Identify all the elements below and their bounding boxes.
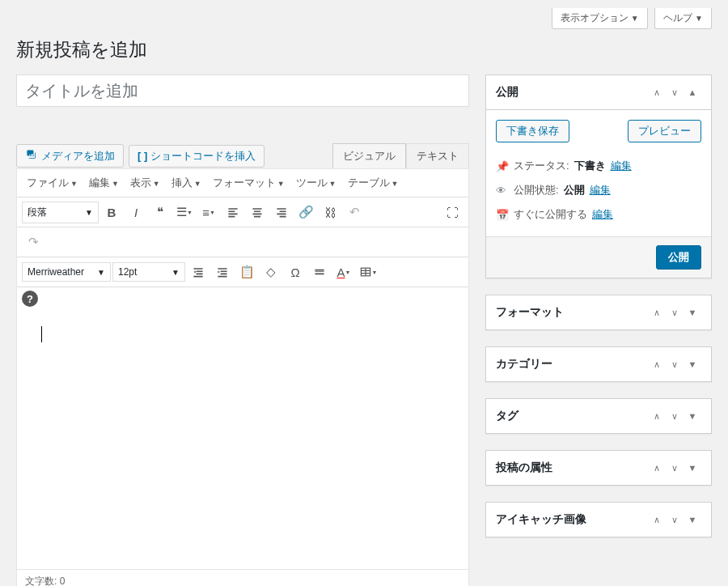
help-icon[interactable]: ? [22, 291, 38, 307]
toggle-button[interactable]: ▼ [684, 304, 701, 321]
postbox-publish: 公開 ∧ ∨ ▲ 下書き保存 プレビュー 📌 ステータス: 下書き 編集 👁 [485, 74, 712, 278]
move-down-button[interactable]: ∨ [666, 355, 684, 373]
page-title: 新規投稿を追加 [16, 37, 712, 62]
postbox-title-tags: タグ [496, 409, 648, 423]
add-media-button[interactable]: メディアを追加 [16, 144, 124, 168]
align-center-button[interactable] [246, 201, 269, 223]
schedule-line: 📅 すぐに公開する 編集 [496, 202, 701, 227]
move-up-button[interactable]: ∧ [648, 304, 666, 321]
post-title-input[interactable] [16, 74, 469, 107]
postbox-categories: カテゴリー ∧ ∨ ▼ [485, 346, 712, 382]
edit-visibility-link[interactable]: 編集 [590, 183, 611, 197]
font-size-select[interactable]: 12pt▼ [112, 262, 185, 282]
postbox-title-categories: カテゴリー [496, 357, 648, 372]
tab-visual[interactable]: ビジュアル [332, 143, 406, 168]
undo-icon: ↶ [349, 205, 360, 219]
postbox-format: フォーマット ∧ ∨ ▼ [485, 295, 712, 330]
publish-button[interactable]: 公開 [656, 245, 701, 270]
menu-view[interactable]: 表示▼ [125, 172, 165, 193]
redo-button[interactable]: ↷ [22, 231, 44, 253]
toggle-button[interactable]: ▼ [684, 511, 701, 529]
ol-icon: ≡ [202, 206, 210, 219]
clear-format-button[interactable]: ◇ [260, 261, 282, 283]
ul-icon: ☰ [176, 205, 187, 219]
special-char-button[interactable]: Ω [284, 261, 307, 283]
font-family-select[interactable]: Merriweather▼ [22, 262, 111, 282]
save-draft-button[interactable]: 下書き保存 [496, 120, 569, 142]
move-up-button[interactable]: ∧ [648, 83, 666, 101]
align-right-button[interactable] [270, 201, 293, 223]
redo-icon: ↷ [28, 235, 39, 249]
postbox-attributes: 投稿の属性 ∧ ∨ ▼ [485, 450, 712, 486]
omega-icon: Ω [290, 265, 299, 279]
menu-edit[interactable]: 編集▼ [84, 172, 124, 193]
move-up-button[interactable]: ∧ [648, 355, 666, 373]
postbox-title-publish: 公開 [496, 85, 648, 100]
italic-button[interactable]: I [125, 201, 147, 223]
unlink-button[interactable]: ⛓ [319, 201, 341, 223]
pin-icon: 📌 [496, 160, 509, 172]
editor-content[interactable] [17, 310, 468, 569]
outdent-button[interactable] [187, 261, 210, 283]
text-cursor [41, 326, 42, 342]
eye-icon: 👁 [496, 185, 509, 197]
link-button[interactable]: 🔗 [294, 201, 317, 223]
format-select[interactable]: 段落▼ [22, 202, 99, 223]
editor-menubar: ファイル▼ 編集▼ 表示▼ 挿入▼ フォーマット▼ ツール▼ テーブル▼ [17, 169, 468, 197]
statusbar: 文字数: 0 [17, 569, 468, 586]
editor: ファイル▼ 編集▼ 表示▼ 挿入▼ フォーマット▼ ツール▼ テーブル▼ 段落▼… [16, 168, 469, 586]
table-button[interactable]: ▼ [357, 261, 379, 283]
text-color-button[interactable]: A▼ [332, 261, 355, 283]
calendar-icon: 📅 [496, 209, 509, 221]
eraser-icon: ◇ [266, 265, 276, 279]
move-up-button[interactable]: ∧ [648, 407, 666, 425]
postbox-title-attributes: 投稿の属性 [496, 461, 648, 475]
edit-status-link[interactable]: 編集 [611, 159, 632, 173]
shortcode-icon: [ ] [138, 150, 147, 162]
menu-insert[interactable]: 挿入▼ [167, 172, 206, 193]
fullscreen-icon: ⛶ [447, 206, 459, 219]
move-down-button[interactable]: ∨ [666, 304, 684, 321]
clipboard-icon: 📋 [239, 265, 255, 279]
paste-button[interactable]: 📋 [235, 261, 258, 283]
move-up-button[interactable]: ∧ [648, 511, 666, 529]
menu-format[interactable]: フォーマット▼ [208, 172, 290, 193]
move-down-button[interactable]: ∨ [666, 511, 684, 529]
number-list-button[interactable]: ≡▼ [197, 201, 220, 223]
bullet-list-button[interactable]: ☰▼ [173, 201, 196, 223]
menu-table[interactable]: テーブル▼ [343, 172, 404, 193]
readmore-button[interactable] [308, 261, 331, 283]
caret-down-icon: ▼ [695, 14, 703, 23]
caret-down-icon: ▼ [631, 14, 639, 23]
move-down-button[interactable]: ∨ [666, 83, 684, 101]
toggle-button[interactable]: ▼ [684, 355, 701, 373]
bold-button[interactable]: B [100, 201, 123, 223]
edit-schedule-link[interactable]: 編集 [592, 207, 613, 222]
menu-file[interactable]: ファイル▼ [22, 172, 83, 193]
fullscreen-button[interactable]: ⛶ [441, 201, 463, 223]
link-icon: 🔗 [298, 205, 314, 219]
help-button[interactable]: ヘルプ ▼ [654, 8, 712, 29]
toggle-button[interactable]: ▼ [684, 459, 701, 477]
move-down-button[interactable]: ∨ [666, 407, 684, 425]
status-line: 📌 ステータス: 下書き 編集 [496, 154, 701, 178]
postbox-tags: タグ ∧ ∨ ▼ [485, 398, 712, 434]
toggle-button[interactable]: ▲ [684, 83, 701, 101]
move-down-button[interactable]: ∨ [666, 459, 684, 477]
tab-text[interactable]: テキスト [406, 143, 469, 168]
toggle-button[interactable]: ▼ [684, 407, 701, 425]
postbox-featured-image: アイキャッチ画像 ∧ ∨ ▼ [485, 502, 712, 537]
blockquote-button[interactable]: ❝ [149, 201, 171, 223]
quote-icon: ❝ [157, 205, 163, 219]
insert-shortcode-button[interactable]: [ ] ショートコードを挿入 [129, 145, 265, 168]
postbox-title-featured: アイキャッチ画像 [496, 512, 648, 527]
menu-tools[interactable]: ツール▼ [291, 172, 341, 193]
preview-button[interactable]: プレビュー [628, 120, 701, 142]
indent-button[interactable] [211, 261, 234, 283]
screen-options-button[interactable]: 表示オプション ▼ [552, 8, 648, 29]
unlink-icon: ⛓ [324, 206, 336, 219]
postbox-title-format: フォーマット [496, 305, 648, 320]
undo-button[interactable]: ↶ [343, 201, 366, 223]
align-left-button[interactable] [222, 201, 244, 223]
move-up-button[interactable]: ∧ [648, 459, 666, 477]
